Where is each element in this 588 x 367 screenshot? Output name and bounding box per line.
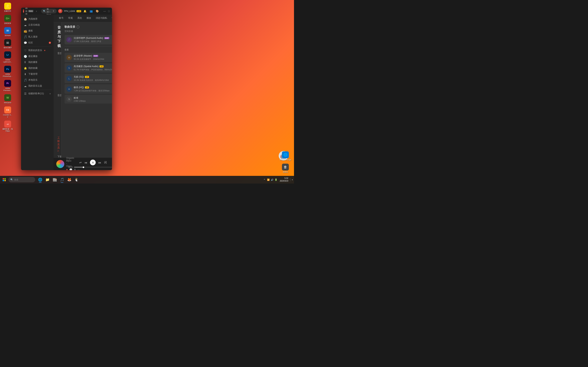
tab-shortcuts[interactable]: 快捷键 bbox=[110, 15, 112, 22]
search-bar[interactable]: 🔍 下一站，银河！ Next Stop, the S 🎙 bbox=[41, 9, 57, 13]
comment-button[interactable]: 💬 bbox=[69, 168, 72, 170]
sidebar-playlist-label: 创建的歌单(11) bbox=[28, 92, 44, 95]
taskbar-clock[interactable]: 5:32 2024/3/19 bbox=[279, 177, 290, 182]
sidebar-item-favorites[interactable]: ♡ 我喜欢的音乐 ♥ bbox=[21, 47, 54, 53]
sidebar-item-downloads[interactable]: ⬇ 下载管理 bbox=[21, 71, 54, 77]
bell-icon[interactable]: 🔔 bbox=[83, 9, 87, 13]
settings-left-panel: 音质与下载 音质播放设置 沉浸环绕声 SVIP bbox=[54, 22, 61, 158]
desktop-icon-ms-edge[interactable]: 🌐 Microsoft Edge bbox=[279, 151, 292, 162]
taskbar-netease[interactable]: 🎵 bbox=[59, 176, 65, 183]
close-button[interactable]: ✕ bbox=[111, 9, 112, 13]
album-art[interactable] bbox=[56, 160, 64, 168]
start-button[interactable] bbox=[1, 176, 8, 183]
sidebar-item-playlist-section[interactable]: ☰ 创建的歌单(11) + bbox=[21, 91, 54, 97]
next-button[interactable]: ⏭ bbox=[98, 161, 101, 164]
tray-battery[interactable]: 🔋 bbox=[275, 178, 277, 181]
like-button[interactable]: ♥ bbox=[66, 168, 68, 170]
desktop-icon-wegame-add[interactable]: G+ 游戏加加 bbox=[1, 14, 14, 25]
download-track-button[interactable]: ⬇ bbox=[74, 168, 76, 170]
current-time: 00:02 bbox=[68, 166, 73, 168]
skin-icon[interactable]: 🎨 bbox=[95, 9, 100, 13]
desktop-icon-collections[interactable]: ⭐ 收藏空间 bbox=[1, 2, 14, 13]
svip-tag-master: SVIP bbox=[93, 55, 98, 57]
surround-name: 沉浸环绕声 (Surround Audio) SVIP bbox=[74, 36, 112, 40]
download-icon: ⬇ bbox=[24, 73, 27, 76]
taskbar-edge[interactable]: 🌐 bbox=[37, 176, 44, 183]
home-icon: 🏠 bbox=[24, 17, 27, 21]
progress-bar[interactable] bbox=[74, 167, 112, 167]
sidebar-item-my-podcast[interactable]: 🎙 我的播客 bbox=[21, 59, 54, 65]
lyrics-button[interactable]: 词 bbox=[104, 161, 107, 164]
more-button[interactable]: ··· bbox=[78, 168, 80, 170]
sidebar-downloads-label: 下载管理 bbox=[28, 72, 37, 76]
sidebar: 🏠 为我推荐 ☁ 云音乐精选 📻 播客 🎵 私人漫游 💬 社区 bbox=[21, 15, 54, 170]
tab-messages[interactable]: 消息与隐私 bbox=[93, 15, 110, 22]
user-avatar[interactable]: P bbox=[58, 9, 62, 13]
taskbar-qq[interactable]: 🐧 bbox=[73, 176, 80, 183]
taskbar-browser-2[interactable]: 🦊 bbox=[66, 176, 73, 183]
download-path-label: 下载目录 bbox=[57, 155, 61, 158]
quality-option-hq[interactable]: H 极高 (HQ) VIP 7.2M 近CD品质的细节体验，最高320kbps bbox=[64, 84, 112, 94]
minimize-button[interactable]: — bbox=[103, 9, 107, 13]
taskbar-search-input[interactable] bbox=[14, 179, 33, 181]
learn-quality-link[interactable]: 了解音质 > bbox=[57, 136, 60, 152]
desktop-icon-photoshop[interactable]: Ps Adobe Photoshop... bbox=[1, 65, 14, 78]
info-icon[interactable]: i bbox=[76, 25, 79, 28]
desktop-icon-wegame[interactable]: W WeGame bbox=[1, 93, 14, 105]
settings-content: 音质与下载 音质播放设置 沉浸环绕声 SVIP bbox=[54, 22, 112, 158]
desktop-icon-premiere[interactable]: Pr Adobe Premiere... bbox=[1, 79, 14, 92]
desktop-icon-recycle[interactable]: 🗑 回收站 bbox=[279, 163, 292, 174]
cloud-disk-icon: ☁ bbox=[24, 84, 27, 88]
track-separator: - bbox=[66, 162, 67, 165]
prev-button[interactable]: ⏮ bbox=[84, 161, 87, 164]
quality-option-standard[interactable]: S 标准 2.9M 128kbps bbox=[64, 95, 112, 104]
desktop-icon-lightroom[interactable]: Lr Adobe Lightroom... bbox=[1, 51, 14, 64]
vip-tag-lossless: VIP bbox=[85, 76, 89, 78]
quality-option-surround[interactable]: 🎵 沉浸环绕声 (Surround Audio) SVIP 17.8M 沉浸式体… bbox=[64, 35, 112, 44]
desktop-icon-3dmark[interactable]: 3D 3DMark bbox=[1, 26, 14, 37]
quality-option-lossless[interactable]: L 无损 (SQ) VIP 18.2M 高保真无损音质，最高48kHz/16bi… bbox=[64, 74, 112, 83]
tray-chevron[interactable]: ^ bbox=[263, 178, 266, 181]
nav-back[interactable]: ‹ bbox=[35, 9, 38, 13]
maximize-button[interactable]: □ bbox=[107, 9, 111, 13]
taskbar-file-explorer[interactable]: 📁 bbox=[44, 176, 51, 183]
tab-account[interactable]: 账号 bbox=[57, 15, 66, 22]
quality-panel-title: 歌曲音质 i bbox=[64, 25, 112, 29]
desktop-icon-counter[interactable]: CS Counter-S...2 bbox=[1, 106, 14, 119]
tray-network[interactable]: 📶 bbox=[267, 178, 270, 181]
sidebar-item-clouddisk[interactable]: ☁ 我的音乐云盘 bbox=[21, 83, 54, 89]
svg-rect-2 bbox=[3, 180, 4, 181]
taskbar-ms-store[interactable]: 🏬 bbox=[51, 176, 58, 183]
sidebar-item-private[interactable]: 🎵 私人漫游 bbox=[21, 34, 54, 40]
quality-option-spatial[interactable]: S 高清藏音 (Spatial Audio) VIP 61.7M 环绕声体验，声… bbox=[64, 63, 112, 73]
playlist-add-btn[interactable]: + bbox=[49, 92, 51, 95]
sidebar-item-recommend[interactable]: 🏠 为我推荐 bbox=[21, 16, 54, 22]
spatial-info: 高清藏音 (Spatial Audio) VIP 61.7M 环绕声体验，声音听… bbox=[74, 65, 112, 71]
sidebar-item-local[interactable]: 🎵 本地音乐 bbox=[21, 77, 54, 83]
desktop-right-icons: 🌐 Microsoft Edge 🗑 回收站 bbox=[279, 151, 292, 174]
sidebar-item-recent[interactable]: 🕐 最近播放 bbox=[21, 53, 54, 59]
show-desktop-btn[interactable]: ▪ bbox=[290, 178, 293, 181]
desktop-icon-forza[interactable]: 🏎 极限竞速：地平线5 bbox=[1, 120, 14, 133]
player-controls: ⇌ ⏮ ⏸ ⏭ 词 00:02 03:07 bbox=[68, 160, 112, 168]
friends-icon[interactable]: 👥 bbox=[89, 9, 93, 13]
tray-volume[interactable]: 🔊 bbox=[271, 178, 274, 181]
surround-info: 沉浸环绕声 (Surround Audio) SVIP 17.8M 沉浸式体验，… bbox=[74, 36, 112, 43]
tab-general[interactable]: 常规 bbox=[66, 15, 75, 22]
taskbar-search[interactable]: 🔍 bbox=[9, 177, 35, 182]
tab-system[interactable]: 系统 bbox=[75, 15, 84, 22]
sidebar-item-collection[interactable]: ⭐ 我的收藏 bbox=[21, 65, 54, 71]
voice-search-icon[interactable]: 🎙 bbox=[52, 10, 55, 12]
player-buttons: ⇌ ⏮ ⏸ ⏭ 词 bbox=[79, 160, 107, 165]
vip-tag-hq: VIP bbox=[85, 86, 89, 89]
tab-playback[interactable]: 播放 bbox=[84, 15, 93, 22]
desktop-icon-cod[interactable]: ☠ 使命召唤® bbox=[1, 38, 14, 50]
sidebar-collection-label: 我的收藏 bbox=[28, 67, 37, 70]
play-pause-button[interactable]: ⏸ bbox=[90, 160, 96, 165]
shuffle-button[interactable]: ⇌ bbox=[79, 161, 82, 164]
quality-option-master[interactable]: M 超清母带 (Master) SVIP 99.1M 还原音频细节，192kHz… bbox=[64, 53, 112, 62]
master-desc: 99.1M 还原音频细节，192kHz/24bit bbox=[74, 58, 112, 61]
sidebar-item-community[interactable]: 💬 社区 • bbox=[21, 40, 54, 46]
sidebar-item-cloud[interactable]: ☁ 云音乐精选 bbox=[21, 22, 54, 28]
sidebar-item-podcast[interactable]: 📻 播客 bbox=[21, 28, 54, 34]
